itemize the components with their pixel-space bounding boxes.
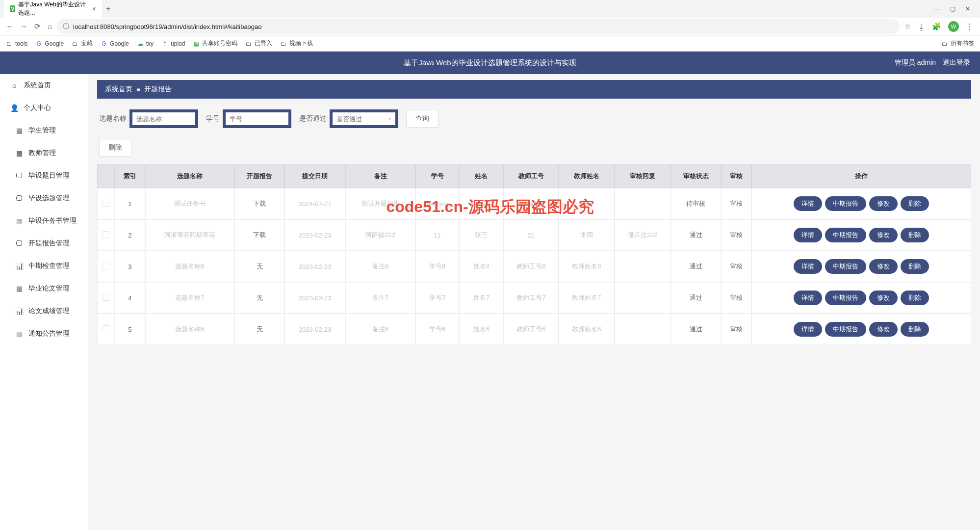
back-icon[interactable]: ← [6,22,13,31]
mid-report-button[interactable]: 中期报告 [825,322,866,337]
close-window-icon[interactable]: ✕ [965,5,970,12]
bookmark-item[interactable]: GGoogle [35,40,64,47]
bookmark-item[interactable]: ☁txy [137,40,154,47]
detail-button[interactable]: 详情 [794,196,822,211]
detail-button[interactable]: 详情 [794,322,822,337]
mid-report-button[interactable]: 中期报告 [825,228,866,242]
bookmark-item[interactable]: 🗀视频下载 [280,39,313,48]
logout-link[interactable]: 退出登录 [943,58,970,67]
star-icon[interactable]: ☆ [904,22,911,31]
sidebar-item[interactable]: ▦通知公告管理 [0,322,88,345]
menu-icon: ▦ [15,330,24,338]
row-checkbox[interactable] [103,200,109,207]
home-icon[interactable]: ⌂ [48,22,52,31]
sidebar-item[interactable]: 📊论文成绩管理 [0,300,88,322]
upload-icon: ⇡ [161,40,168,47]
sidebar-item[interactable]: 🖵毕设选题管理 [0,187,88,210]
topic-input[interactable] [132,112,195,125]
delete-row-button[interactable]: 删除 [901,259,929,274]
new-tab-button[interactable]: + [106,4,110,13]
filter-label: 学号 [206,114,220,123]
menu-icon: 🖵 [15,239,24,247]
sidebar-item[interactable]: 👤个人中心 [0,97,88,119]
edit-button[interactable]: 修改 [869,291,898,305]
bookmark-item[interactable]: ▦共享账号密码 [193,39,237,48]
bookmark-item[interactable]: 🗀宝藏 [72,39,93,48]
mid-report-button[interactable]: 中期报告 [825,196,866,211]
detail-button[interactable]: 详情 [794,259,822,274]
row-checkbox[interactable] [103,294,109,301]
cell-audit[interactable]: 审核 [721,314,751,345]
close-icon[interactable]: × [92,5,96,13]
bookmark-item[interactable]: 🗀已导入 [245,39,272,48]
mid-report-button[interactable]: 中期报告 [825,259,866,274]
crumb-home[interactable]: 系统首页 [105,85,132,94]
url-input[interactable]: ⓘ localhost:8080/springboot96r19/admin/d… [57,19,900,34]
cell-audit[interactable]: 审核 [721,282,751,314]
passed-select[interactable] [333,112,395,125]
cell-report[interactable]: 下载 [234,219,284,251]
delete-row-button[interactable]: 删除 [901,322,929,337]
cell-report[interactable]: 下载 [234,188,284,219]
sidebar-item[interactable]: 📊中期检查管理 [0,255,88,277]
delete-row-button[interactable]: 删除 [901,196,929,211]
edit-button[interactable]: 修改 [869,196,898,211]
folder-icon: 🗀 [280,40,287,47]
sidebar-label: 开题报告管理 [28,239,70,248]
sidebar-item[interactable]: ▦毕设任务书管理 [0,210,88,232]
delete-button[interactable]: 删除 [99,139,131,157]
row-checkbox[interactable] [103,263,109,269]
all-bookmarks[interactable]: 🗀所有书签 [941,39,974,48]
download-icon[interactable]: ⭳ [918,23,925,31]
profile-avatar[interactable]: W [948,21,959,32]
user-label[interactable]: 管理员 admin [895,58,936,67]
table-header: 教师工号 [503,164,559,188]
sidebar-item[interactable]: 🖵开题报告管理 [0,232,88,255]
extensions-icon[interactable]: 🧩 [932,22,941,31]
table-header: 备注 [346,164,415,188]
cell-audit[interactable]: 审核 [721,219,751,251]
filter-passed: 是否通过 ▾ [299,109,398,128]
row-checkbox[interactable] [103,325,109,332]
cell-ops: 详情中期报告修改删除 [751,314,971,345]
browser-tab[interactable]: V 基于Java Web的毕业设计选题... × [4,0,102,20]
minimize-icon[interactable]: — [934,5,940,12]
cell-status: 通过 [671,314,721,345]
cell-audit[interactable]: 审核 [721,188,751,219]
reload-icon[interactable]: ⟳ [34,22,41,31]
bookmark-item[interactable]: 🗀tools [6,40,27,47]
cell-tid: 教师工号8 [503,251,559,282]
select-all-checkbox[interactable] [103,172,109,179]
filter-label: 选题名称 [99,114,127,123]
sidebar-label: 毕业论文管理 [28,284,70,293]
table-row: 1测试任务书下载2024-07-27测试开题报告testSnotestSnote… [97,188,971,219]
menu-icon: 🖵 [15,194,24,202]
table-header: 姓名 [459,164,503,188]
browser-chrome: V 基于Java Web的毕业设计选题... × + — ▢ ✕ ← → ⟳ ⌂… [0,0,980,52]
delete-row-button[interactable]: 删除 [901,228,929,242]
menu-icon[interactable]: ⋮ [966,22,973,31]
cell-audit[interactable]: 审核 [721,251,751,282]
sidebar-item[interactable]: ⌂系统首页 [0,74,88,97]
detail-button[interactable]: 详情 [794,291,822,305]
mid-report-button[interactable]: 中期报告 [825,291,866,305]
row-checkbox[interactable] [103,231,109,238]
search-button[interactable]: 查询 [406,110,438,128]
student-id-input[interactable] [226,112,288,125]
edit-button[interactable]: 修改 [869,322,898,337]
edit-button[interactable]: 修改 [869,259,898,274]
maximize-icon[interactable]: ▢ [950,5,955,12]
cell-note: 阿萨德222 [346,219,415,251]
edit-button[interactable]: 修改 [869,228,898,242]
sidebar-item[interactable]: ▦学生管理 [0,119,88,142]
site-info-icon[interactable]: ⓘ [63,22,69,31]
sidebar-item[interactable]: ▦教师管理 [0,142,88,164]
forward-icon[interactable]: → [20,22,27,31]
bookmark-item[interactable]: ⇡uplod [161,40,185,47]
cell-ops: 详情中期报告修改删除 [751,282,971,314]
delete-row-button[interactable]: 删除 [901,291,929,305]
detail-button[interactable]: 详情 [794,228,822,242]
sidebar-item[interactable]: ▦毕业论文管理 [0,277,88,300]
bookmark-item[interactable]: GGoogle [101,40,129,47]
sidebar-item[interactable]: 🖵毕设题目管理 [0,164,88,187]
